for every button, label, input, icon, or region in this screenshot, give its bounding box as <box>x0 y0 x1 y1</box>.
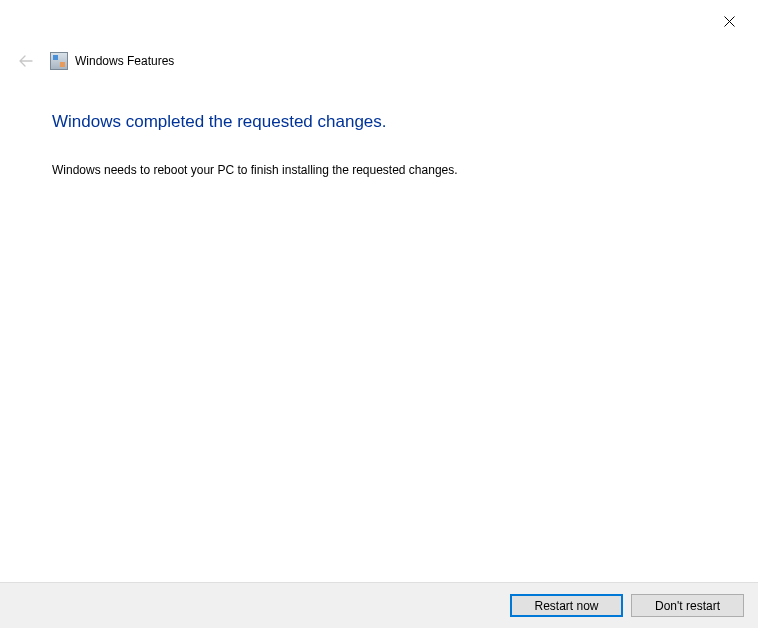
window-title: Windows Features <box>75 54 174 68</box>
back-arrow-icon <box>18 53 34 69</box>
dont-restart-button[interactable]: Don't restart <box>631 594 744 617</box>
page-body-text: Windows needs to reboot your PC to finis… <box>52 163 458 177</box>
back-button <box>14 49 38 73</box>
close-button[interactable] <box>722 14 736 28</box>
header: Windows Features <box>14 49 174 73</box>
page-heading: Windows completed the requested changes. <box>52 112 387 132</box>
windows-features-icon <box>50 52 68 70</box>
restart-now-button[interactable]: Restart now <box>510 594 623 617</box>
close-icon <box>724 16 735 27</box>
title-wrap: Windows Features <box>50 52 174 70</box>
footer: Restart now Don't restart <box>0 582 758 628</box>
